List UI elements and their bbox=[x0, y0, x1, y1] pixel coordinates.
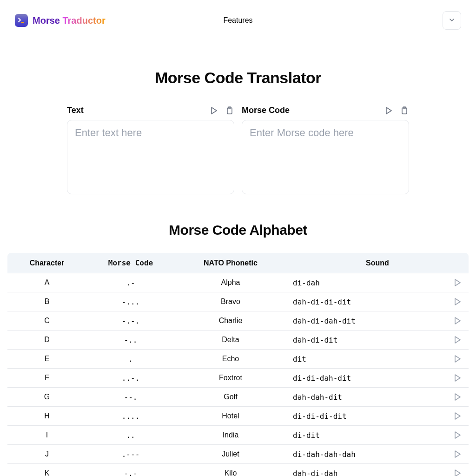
alphabet-title: Morse Code Alphabet bbox=[0, 222, 476, 238]
cell-sound: dah-di-di-dit bbox=[286, 292, 469, 311]
sound-text: di-di-dah-dit bbox=[293, 374, 351, 383]
col-header-sound: Sound bbox=[286, 253, 469, 273]
table-row: E.Echodit bbox=[7, 350, 469, 369]
table-row: K-.-Kilodah-di-dah bbox=[7, 464, 469, 476]
translator-panels: Text Morse Code bbox=[67, 106, 409, 196]
cell-character: I bbox=[7, 426, 86, 445]
col-header-character: Character bbox=[7, 253, 86, 273]
play-icon[interactable] bbox=[453, 392, 462, 402]
menu-dropdown-button[interactable] bbox=[443, 11, 461, 30]
cell-character: C bbox=[7, 311, 86, 331]
cell-nato: Juliet bbox=[175, 445, 286, 464]
cell-morse: -.. bbox=[86, 331, 175, 350]
play-icon[interactable] bbox=[453, 373, 462, 383]
cell-morse: ..-. bbox=[86, 369, 175, 388]
cell-sound: di-di-di-dit bbox=[286, 407, 469, 426]
col-header-nato: NATO Phonetic bbox=[175, 253, 286, 273]
text-panel-label: Text bbox=[67, 106, 84, 115]
cell-sound: dah-di-dah bbox=[286, 464, 469, 476]
play-icon[interactable] bbox=[453, 354, 462, 364]
sound-text: di-di-di-dit bbox=[293, 412, 347, 421]
cell-character: D bbox=[7, 331, 86, 350]
cell-sound: dah-dah-dit bbox=[286, 388, 469, 407]
cell-morse: --. bbox=[86, 388, 175, 407]
cell-sound: dit bbox=[286, 350, 469, 369]
cell-nato: Hotel bbox=[175, 407, 286, 426]
cell-morse: . bbox=[86, 350, 175, 369]
cell-sound: di-dah-dah-dah bbox=[286, 445, 469, 464]
play-icon[interactable] bbox=[453, 469, 462, 476]
table-row: A.-Alphadi-dah bbox=[7, 273, 469, 292]
cell-nato: India bbox=[175, 426, 286, 445]
sound-text: dah-dah-dit bbox=[293, 393, 342, 402]
cell-morse: -... bbox=[86, 292, 175, 311]
sound-text: dah-di-dah-dit bbox=[293, 317, 356, 325]
cell-character: H bbox=[7, 407, 86, 426]
sound-text: dah-di-di-dit bbox=[293, 298, 351, 306]
cell-sound: di-dit bbox=[286, 426, 469, 445]
play-icon[interactable] bbox=[453, 316, 462, 325]
play-icon[interactable] bbox=[453, 297, 462, 306]
cell-nato: Golf bbox=[175, 388, 286, 407]
text-input[interactable] bbox=[67, 120, 234, 194]
cell-morse: .. bbox=[86, 426, 175, 445]
sound-text: di-dah-dah-dah bbox=[293, 450, 356, 459]
table-row: D-..Deltadah-di-dit bbox=[7, 331, 469, 350]
cell-morse: -.- bbox=[86, 464, 175, 476]
table-row: I..Indiadi-dit bbox=[7, 426, 469, 445]
clipboard-icon[interactable] bbox=[400, 106, 409, 115]
play-icon[interactable] bbox=[453, 430, 462, 440]
svg-rect-2 bbox=[402, 108, 407, 114]
table-row: B-...Bravodah-di-di-dit bbox=[7, 292, 469, 311]
table-row: G--.Golfdah-dah-dit bbox=[7, 388, 469, 407]
table-row: H....Hoteldi-di-di-dit bbox=[7, 407, 469, 426]
cell-sound: dah-di-dah-dit bbox=[286, 311, 469, 331]
play-icon[interactable] bbox=[453, 411, 462, 421]
chevron-down-icon bbox=[449, 17, 455, 25]
cell-nato: Echo bbox=[175, 350, 286, 369]
morse-input[interactable] bbox=[242, 120, 409, 194]
cell-character: B bbox=[7, 292, 86, 311]
cell-nato: Kilo bbox=[175, 464, 286, 476]
play-icon[interactable] bbox=[209, 106, 218, 115]
sound-text: di-dah bbox=[293, 278, 320, 287]
cell-sound: di-di-dah-dit bbox=[286, 369, 469, 388]
header: Morse Traductor Features bbox=[0, 0, 476, 41]
morse-panel-label: Morse Code bbox=[242, 106, 290, 115]
cell-nato: Foxtrot bbox=[175, 369, 286, 388]
morse-panel: Morse Code bbox=[242, 106, 409, 196]
cell-morse: .- bbox=[86, 273, 175, 292]
cell-character: E bbox=[7, 350, 86, 369]
text-panel: Text bbox=[67, 106, 234, 196]
sound-text: dah-di-dah bbox=[293, 469, 337, 476]
brand[interactable]: Morse Traductor bbox=[15, 14, 106, 27]
cell-nato: Delta bbox=[175, 331, 286, 350]
cell-character: K bbox=[7, 464, 86, 476]
cell-morse: -.-. bbox=[86, 311, 175, 331]
page-title: Morse Code Translator bbox=[0, 69, 476, 87]
cell-character: A bbox=[7, 273, 86, 292]
cell-sound: di-dah bbox=[286, 273, 469, 292]
play-icon[interactable] bbox=[453, 278, 462, 287]
clipboard-icon[interactable] bbox=[225, 106, 234, 115]
sound-text: di-dit bbox=[293, 431, 320, 440]
alphabet-table: Character Morse Code NATO Phonetic Sound… bbox=[7, 253, 469, 476]
svg-rect-0 bbox=[227, 108, 232, 114]
table-row: C-.-.Charliedah-di-dah-dit bbox=[7, 311, 469, 331]
play-icon[interactable] bbox=[384, 106, 393, 115]
sound-text: dah-di-dit bbox=[293, 336, 337, 344]
nav-features[interactable]: Features bbox=[223, 16, 252, 25]
brand-text: Morse Traductor bbox=[33, 15, 106, 26]
table-row: J.---Julietdi-dah-dah-dah bbox=[7, 445, 469, 464]
cell-morse: .--- bbox=[86, 445, 175, 464]
col-header-morse: Morse Code bbox=[86, 253, 175, 273]
play-icon[interactable] bbox=[453, 335, 462, 344]
terminal-icon bbox=[15, 14, 28, 27]
cell-morse: .... bbox=[86, 407, 175, 426]
sound-text: dit bbox=[293, 355, 306, 364]
table-row: F..-.Foxtrotdi-di-dah-dit bbox=[7, 369, 469, 388]
cell-character: F bbox=[7, 369, 86, 388]
play-icon[interactable] bbox=[453, 450, 462, 459]
cell-nato: Bravo bbox=[175, 292, 286, 311]
cell-character: G bbox=[7, 388, 86, 407]
